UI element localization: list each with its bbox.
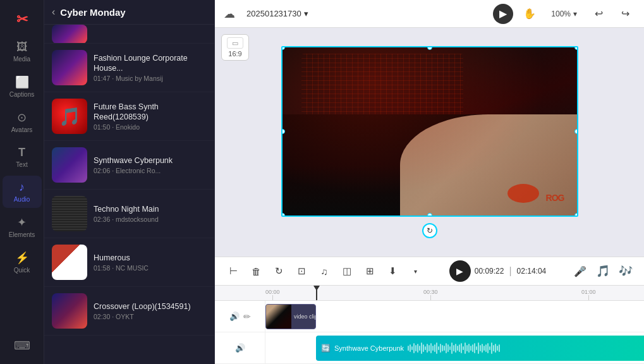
video-clip[interactable]: video clip (0( — [265, 304, 316, 329]
elements-icon: ✦ — [17, 215, 27, 229]
media-info: Synthwave Cyberpunk 02:06 · Electronic R… — [94, 155, 207, 174]
audio-edit-button[interactable]: ♫ — [315, 262, 334, 281]
list-item[interactable] — [44, 25, 214, 44]
sidebar-item-audio[interactable]: ♪ Audio — [3, 176, 42, 208]
audio-clip[interactable]: 🔄 Synthwave Cyberpunk — [316, 336, 644, 361]
ai-sound-button[interactable]: 🎶 — [616, 262, 635, 281]
preview-area: ▭ 16:9 ⊡ ⊞ ⊟ ⊠ ••• — [215, 28, 644, 257]
sidebar-item-keyboard[interactable]: ⌨ — [3, 334, 42, 358]
media-thumbnail: 🎵 — [52, 99, 87, 134]
media-info: Future Bass Synth Reed(1208539) 01:50 · … — [94, 102, 207, 131]
sidebar: ✂ 🖼 Media ⬜ Captions ⊙ Avatars T Text ♪ … — [0, 0, 44, 364]
pointer-tool-button[interactable]: ▶ — [493, 4, 513, 24]
media-meta: 02:06 · Electronic Ro... — [94, 167, 207, 174]
edit-icon[interactable]: ✏ — [243, 312, 251, 322]
media-icon: 🖼 — [16, 40, 28, 54]
timeline-ruler: 00:00 00:30 01:00 — [215, 286, 644, 301]
audio-track-controls: 🔊 — [215, 332, 265, 363]
mic-button[interactable]: 🎤 — [571, 262, 590, 281]
media-name: Fashion Lounge Corporate House... — [94, 53, 207, 74]
zoom-control[interactable]: 100% ▾ — [546, 7, 582, 21]
media-meta: 02:30 · OYKT — [94, 313, 207, 320]
aspect-ratio-badge[interactable]: ▭ 16:9 — [221, 34, 249, 61]
loop-button[interactable]: ↻ — [269, 262, 288, 281]
undo-button[interactable]: ↩ — [588, 4, 609, 24]
sidebar-label-text: Text — [16, 161, 27, 168]
video-frame: ROG — [283, 47, 577, 215]
ai-music-button[interactable]: 🎵 — [593, 262, 612, 281]
video-track-content: video clip (0( — [265, 301, 644, 332]
media-thumbnail — [52, 245, 87, 280]
list-item[interactable]: Fashion Lounge Corporate House... 01:47 … — [44, 44, 214, 92]
media-panel-title: Cyber Monday — [60, 7, 125, 18]
sidebar-logo: ✂ — [3, 6, 42, 33]
cloud-icon: ☁ — [224, 7, 235, 21]
back-button[interactable]: ‹ — [52, 6, 55, 18]
video-clip-thumbnail — [266, 305, 291, 329]
ruler-label: 01:00 — [581, 289, 596, 295]
player-bar: ⊢ 🗑 ↻ ⊡ ♫ ◫ ⊞ ⬇ ▾ ▶ 00:09:22 | 02:14:04 … — [215, 257, 644, 286]
loop-icon: 🔄 — [321, 344, 331, 353]
export-button[interactable]: ⬇ — [383, 262, 402, 281]
timeline-tracks: 🔊 ✏ video clip (0( 🔊 — [215, 301, 644, 364]
captions-icon: ⬜ — [15, 75, 29, 89]
media-thumbnail — [52, 50, 87, 85]
video-track: 🔊 ✏ video clip (0( — [215, 301, 644, 332]
ruler-mark: 00:30 — [423, 288, 438, 300]
split-button[interactable]: ⊢ — [224, 262, 243, 281]
handle-mr[interactable] — [574, 129, 578, 134]
timeline-area: 00:00 00:30 01:00 🔊 ✏ — [215, 286, 644, 364]
volume-icon[interactable]: 🔊 — [235, 343, 245, 353]
handle-bl[interactable] — [281, 213, 285, 217]
export-dropdown[interactable]: ▾ — [406, 262, 425, 281]
sidebar-item-avatars[interactable]: ⊙ Avatars — [3, 106, 42, 138]
sidebar-item-elements[interactable]: ✦ Elements — [3, 210, 42, 243]
red-glow — [283, 47, 577, 215]
sidebar-label-quick: Quick — [14, 267, 30, 274]
list-item[interactable]: Humerous 01:58 · NC MUSIC — [44, 238, 214, 287]
audio-icon: ♪ — [19, 181, 25, 194]
list-item[interactable]: Synthwave Cyberpunk 02:06 · Electronic R… — [44, 141, 214, 190]
sidebar-item-text[interactable]: T Text — [3, 141, 42, 173]
media-meta: 01:47 · Music by Mansij — [94, 75, 207, 82]
media-meta: 01:58 · NC MUSIC — [94, 264, 207, 272]
video-preview: ROG — [281, 46, 578, 217]
media-thumbnail — [52, 196, 87, 231]
current-time: 00:09:22 — [475, 267, 504, 276]
volume-icon[interactable]: 🔊 — [229, 312, 240, 321]
redo-button[interactable]: ↪ — [615, 4, 635, 24]
media-name: Crossover (Loop)(1534591) — [94, 301, 207, 312]
rotation-handle[interactable]: ↻ — [422, 223, 437, 238]
media-name: Humerous — [94, 253, 207, 263]
list-item[interactable]: 🎵 Future Bass Synth Reed(1208539) 01:50 … — [44, 92, 214, 141]
project-name-button[interactable]: 202501231730 ▾ — [241, 6, 313, 21]
play-button[interactable]: ▶ — [449, 260, 471, 282]
project-name: 202501231730 — [246, 9, 301, 18]
sidebar-item-media[interactable]: 🖼 Media — [3, 35, 42, 68]
list-item[interactable]: Techno Night Main 02:36 · mdstocksound — [44, 190, 214, 238]
sidebar-label-avatars: Avatars — [11, 126, 33, 133]
freeze-button[interactable]: ◫ — [337, 262, 356, 281]
text-icon: T — [18, 146, 25, 159]
hand-tool-button[interactable]: ✋ — [519, 4, 540, 24]
media-info: Crossover (Loop)(1534591) 02:30 · OYKT — [94, 301, 207, 320]
sidebar-item-captions[interactable]: ⬜ Captions — [3, 70, 42, 103]
media-name: Synthwave Cyberpunk — [94, 155, 207, 166]
sidebar-item-quick[interactable]: ⚡ Quick — [3, 246, 42, 279]
more-edit-button[interactable]: ⊞ — [360, 262, 379, 281]
rotate-icon: ↻ — [427, 226, 433, 235]
handle-br[interactable] — [574, 213, 578, 217]
handle-bm[interactable] — [427, 213, 432, 217]
delete-button[interactable]: 🗑 — [246, 262, 265, 281]
list-item[interactable]: Crossover (Loop)(1534591) 02:30 · OYKT — [44, 287, 214, 336]
audio-waveform — [408, 342, 644, 355]
trim-button[interactable]: ⊡ — [292, 262, 311, 281]
app-logo: ✂ — [16, 11, 28, 28]
playhead[interactable] — [316, 286, 317, 300]
sidebar-label-media: Media — [13, 56, 30, 63]
aspect-icon: ▭ — [227, 37, 243, 49]
media-thumbnail — [52, 147, 87, 183]
media-meta: 01:50 · Enokido — [94, 123, 207, 131]
ruler-label: 00:30 — [423, 289, 438, 295]
ruler-marks: 00:00 00:30 01:00 — [265, 286, 644, 300]
